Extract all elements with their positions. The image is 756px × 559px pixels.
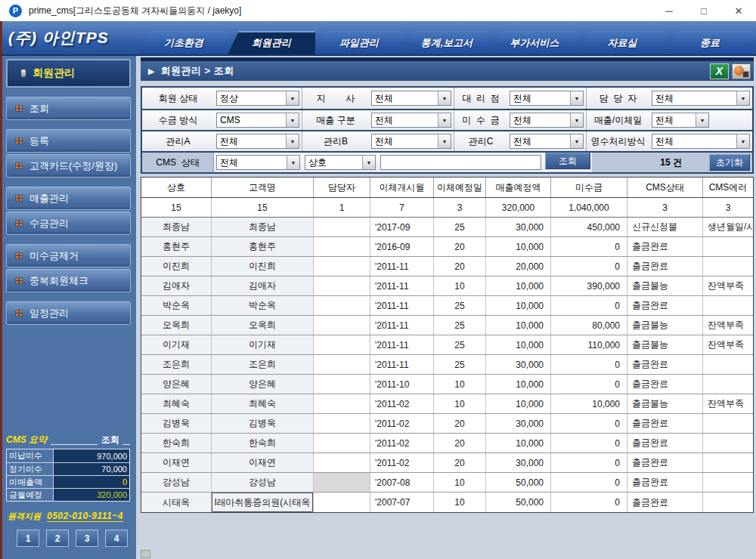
table-cell[interactable]: 0 xyxy=(551,355,627,374)
sidebar-item[interactable]: 수금관리 xyxy=(6,212,131,235)
table-cell[interactable]: 30,000 xyxy=(486,414,551,433)
table-cell[interactable]: 0 xyxy=(551,414,627,433)
table-cell[interactable]: 홍현주 xyxy=(141,237,212,256)
table-cell[interactable]: 출금완료 xyxy=(627,434,703,452)
table-cell[interactable]: '2011-11 xyxy=(370,257,434,276)
table-cell[interactable] xyxy=(703,355,753,374)
sidebar-item[interactable]: 매출관리 xyxy=(6,187,131,210)
table-cell[interactable]: 10,000 xyxy=(486,394,551,413)
column-header[interactable]: 이체개시월 xyxy=(370,178,434,197)
remote-support-button[interactable]: 4 xyxy=(105,530,128,547)
table-cell[interactable]: 390,000 xyxy=(551,276,627,295)
chevron-down-icon[interactable]: ▼ xyxy=(438,91,451,105)
table-cell[interactable] xyxy=(314,335,370,354)
table-cell[interactable]: 출금완료 xyxy=(627,473,703,492)
table-cell[interactable] xyxy=(314,237,370,256)
table-cell[interactable]: 김병욱 xyxy=(141,414,212,433)
chevron-down-icon[interactable]: ▼ xyxy=(286,91,299,105)
table-cell[interactable]: '2011-02 xyxy=(370,394,434,413)
table-cell[interactable]: 잔액부족 xyxy=(703,316,753,335)
table-cell[interactable]: '2011-11 xyxy=(370,335,434,354)
table-cell[interactable]: 출금완료 xyxy=(627,375,703,394)
search-button[interactable]: 조회 xyxy=(545,153,590,169)
resize-grip[interactable] xyxy=(141,550,150,558)
table-cell[interactable] xyxy=(703,375,753,394)
table-cell[interactable]: l래마취통증의원(시태옥 xyxy=(212,493,314,512)
table-cell[interactable]: 0 xyxy=(551,257,627,276)
table-cell[interactable]: 10,000 xyxy=(486,335,551,354)
table-cell[interactable]: 시태옥 xyxy=(141,493,212,512)
remote-support-button[interactable]: 1 xyxy=(17,530,39,547)
table-cell[interactable]: 0 xyxy=(551,296,627,315)
chevron-down-icon[interactable]: ▼ xyxy=(570,113,583,127)
table-cell[interactable]: 출금완료 xyxy=(627,296,703,315)
column-header[interactable]: CMS에러 xyxy=(703,178,753,197)
table-cell[interactable]: 20 xyxy=(434,434,486,452)
table-cell[interactable]: 25 xyxy=(434,218,486,236)
table-cell[interactable]: 0 xyxy=(551,473,627,492)
table-cell[interactable]: 출금완료 xyxy=(627,414,703,433)
table-cell[interactable]: 0 xyxy=(551,493,627,512)
table-cell[interactable]: 20,000 xyxy=(486,257,551,276)
table-cell[interactable]: 50,000 xyxy=(486,493,551,512)
table-cell[interactable]: 이진희 xyxy=(141,257,212,276)
table-cell[interactable]: 10 xyxy=(434,473,486,492)
table-cell[interactable]: 10,000 xyxy=(551,394,627,413)
table-cell[interactable]: 양은혜 xyxy=(141,375,212,394)
table-cell[interactable]: 최종남 xyxy=(141,218,212,236)
table-cell[interactable] xyxy=(314,453,370,472)
sidebar-item[interactable]: 중복회원체크 xyxy=(6,269,131,292)
column-header[interactable]: CMS상태 xyxy=(627,178,703,197)
table-cell[interactable]: 잔액부족 xyxy=(703,335,753,354)
chevron-down-icon[interactable]: ▼ xyxy=(570,134,583,148)
table-cell[interactable]: 20 xyxy=(434,453,486,472)
minimize-button[interactable]: ─ xyxy=(652,0,686,21)
filter-select[interactable]: 전체▼ xyxy=(216,134,299,149)
table-cell[interactable]: 한숙희 xyxy=(212,434,314,452)
sidebar-item[interactable]: 일정관리 xyxy=(6,301,131,325)
table-cell[interactable]: 10 xyxy=(434,276,486,295)
table-cell[interactable] xyxy=(314,473,370,492)
table-cell[interactable] xyxy=(314,316,370,335)
table-cell[interactable]: 출금불능 xyxy=(627,335,703,354)
chevron-down-icon[interactable]: ▼ xyxy=(286,134,299,148)
cms-status-select[interactable]: 전체 ▼ xyxy=(216,155,300,170)
column-header[interactable]: 이체예정일 xyxy=(434,178,486,197)
table-cell[interactable]: 출금불능 xyxy=(627,316,703,335)
sidebar-item[interactable]: 조회 xyxy=(6,97,131,120)
table-cell[interactable]: 이재연 xyxy=(141,453,212,472)
table-cell[interactable]: '2011-11 xyxy=(370,276,434,295)
table-cell[interactable]: 0 xyxy=(551,237,627,256)
table-cell[interactable]: '2011-02 xyxy=(370,414,434,433)
table-cell[interactable]: 20 xyxy=(434,414,486,433)
table-cell[interactable] xyxy=(314,355,370,374)
table-cell[interactable]: '2011-11 xyxy=(370,316,434,335)
table-cell[interactable]: 30,000 xyxy=(486,453,551,472)
table-cell[interactable]: '2011-02 xyxy=(370,434,434,452)
table-cell[interactable] xyxy=(314,434,370,452)
table-cell[interactable]: 박순옥 xyxy=(212,296,314,315)
table-cell[interactable]: 신규신청불 xyxy=(627,218,703,236)
table-cell[interactable]: 10,000 xyxy=(486,316,551,335)
table-cell[interactable] xyxy=(703,257,753,276)
search-input[interactable] xyxy=(380,155,541,170)
table-cell[interactable]: 박순옥 xyxy=(141,296,212,315)
table-cell[interactable] xyxy=(703,237,753,256)
table-cell[interactable]: 오옥희 xyxy=(212,316,314,335)
nav-tab[interactable]: 통계,보고서 xyxy=(403,31,491,54)
chevron-down-icon[interactable]: ▼ xyxy=(696,113,708,127)
table-cell[interactable]: 출금완료 xyxy=(627,493,703,512)
table-cell[interactable]: 양은혜 xyxy=(212,375,314,394)
filter-select[interactable]: 전체▼ xyxy=(371,134,451,149)
table-cell[interactable] xyxy=(314,375,370,394)
table-cell[interactable] xyxy=(703,414,753,433)
filter-select[interactable]: 전체▼ xyxy=(510,134,584,149)
close-button[interactable]: ✕ xyxy=(721,0,756,21)
table-cell[interactable]: 20 xyxy=(434,257,486,276)
table-cell[interactable]: 20 xyxy=(434,237,486,256)
table-cell[interactable] xyxy=(314,493,370,512)
table-cell[interactable]: 한숙희 xyxy=(141,434,212,452)
table-cell[interactable]: '2017-09 xyxy=(370,218,434,236)
table-cell[interactable] xyxy=(314,218,370,236)
table-cell[interactable]: 강성남 xyxy=(212,473,314,492)
